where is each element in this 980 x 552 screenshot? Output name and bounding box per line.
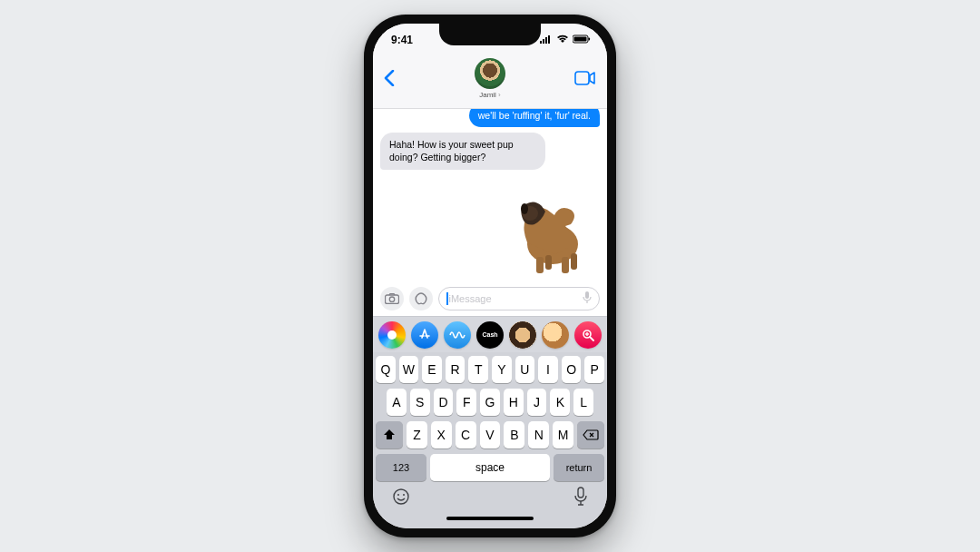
svg-point-10 <box>521 203 528 214</box>
emoji-button[interactable] <box>392 488 410 510</box>
shift-key[interactable] <box>376 421 403 448</box>
key-c[interactable]: C <box>456 421 476 448</box>
svg-rect-1 <box>543 39 544 44</box>
svg-rect-17 <box>585 291 589 299</box>
key-k[interactable]: K <box>550 389 570 416</box>
back-button[interactable] <box>384 68 402 92</box>
key-r[interactable]: R <box>446 356 466 383</box>
dog-sticker[interactable] <box>500 179 600 279</box>
app-strip: Cash <box>373 316 607 352</box>
key-l[interactable]: L <box>573 389 593 416</box>
svg-point-16 <box>389 297 394 301</box>
message-input[interactable]: iMessage <box>438 287 600 310</box>
key-g[interactable]: G <box>480 389 500 416</box>
return-key[interactable]: return <box>554 454 604 481</box>
conversation-header: Jamil <box>373 56 607 109</box>
key-e[interactable]: E <box>422 356 442 383</box>
sent-sticker-wrap: Delivered <box>500 179 600 282</box>
mic-button[interactable] <box>573 487 588 511</box>
svg-line-20 <box>590 337 593 340</box>
received-message[interactable]: Haha! How is your sweet pup doing? Getti… <box>380 133 545 169</box>
key-h[interactable]: H <box>504 389 524 416</box>
compose-row: iMessage <box>373 282 607 316</box>
key-t[interactable]: T <box>468 356 488 383</box>
cellular-icon <box>540 34 553 46</box>
key-v[interactable]: V <box>480 421 501 448</box>
svg-rect-7 <box>575 72 589 84</box>
camera-button[interactable] <box>380 287 404 310</box>
notch <box>439 24 541 45</box>
memoji-app-icon[interactable] <box>509 321 536 349</box>
dictate-icon[interactable] <box>583 291 592 307</box>
key-d[interactable]: D <box>434 389 454 416</box>
key-m[interactable]: M <box>553 421 573 448</box>
phone-frame: 9:41 Jamil <box>364 15 616 537</box>
contact-button[interactable]: Jamil <box>475 58 505 99</box>
key-i[interactable]: I <box>538 356 558 383</box>
key-o[interactable]: O <box>562 356 582 383</box>
key-w[interactable]: W <box>399 356 419 383</box>
apps-button[interactable] <box>409 287 433 310</box>
audio-app-icon[interactable] <box>444 321 471 349</box>
svg-rect-2 <box>545 37 547 44</box>
keyboard: QWERTYUIOP ASDFGHJKL ZXCVBNM 123 space r… <box>373 352 607 528</box>
key-z[interactable]: Z <box>407 421 427 448</box>
stickers-app-icon[interactable] <box>542 321 569 349</box>
space-key[interactable]: space <box>430 454 550 481</box>
svg-rect-13 <box>545 255 552 270</box>
home-indicator[interactable] <box>446 517 534 520</box>
status-icons <box>540 34 591 46</box>
key-f[interactable]: F <box>456 389 476 416</box>
key-j[interactable]: J <box>527 389 547 416</box>
svg-rect-6 <box>589 38 591 41</box>
battery-icon <box>573 34 591 46</box>
backspace-key[interactable] <box>577 421 604 448</box>
key-u[interactable]: U <box>515 356 535 383</box>
applecash-app-icon[interactable]: Cash <box>476 321 504 349</box>
svg-rect-12 <box>562 257 569 273</box>
svg-point-23 <box>394 489 408 504</box>
conversation[interactable]: we'll be 'ruffing' it, 'fur' real. Haha!… <box>373 109 607 282</box>
search-app-icon[interactable] <box>574 321 602 349</box>
sent-message[interactable]: we'll be 'ruffing' it, 'fur' real. <box>469 109 600 127</box>
svg-rect-26 <box>578 488 583 498</box>
svg-point-24 <box>397 494 399 496</box>
key-p[interactable]: P <box>584 356 604 383</box>
key-n[interactable]: N <box>528 421 549 448</box>
wifi-icon <box>556 34 569 46</box>
text-caret <box>446 292 448 305</box>
key-y[interactable]: Y <box>492 356 512 383</box>
svg-point-25 <box>403 494 405 496</box>
contact-avatar <box>475 58 505 89</box>
key-q[interactable]: Q <box>376 356 396 383</box>
contact-name: Jamil <box>479 91 501 99</box>
key-a[interactable]: A <box>387 389 407 416</box>
svg-rect-3 <box>548 35 550 44</box>
key-b[interactable]: B <box>504 421 524 448</box>
svg-rect-0 <box>540 41 542 44</box>
message-placeholder: iMessage <box>449 293 492 304</box>
appstore-app-icon[interactable] <box>411 321 438 349</box>
svg-rect-11 <box>536 257 544 273</box>
key-x[interactable]: X <box>431 421 452 448</box>
clock: 9:41 <box>391 34 413 46</box>
key-s[interactable]: S <box>410 389 430 416</box>
screen: 9:41 Jamil <box>373 24 607 528</box>
facetime-button[interactable] <box>571 71 596 89</box>
numbers-key[interactable]: 123 <box>376 454 426 481</box>
photos-app-icon[interactable] <box>378 321 406 349</box>
svg-rect-14 <box>571 253 577 270</box>
svg-rect-5 <box>574 37 587 42</box>
